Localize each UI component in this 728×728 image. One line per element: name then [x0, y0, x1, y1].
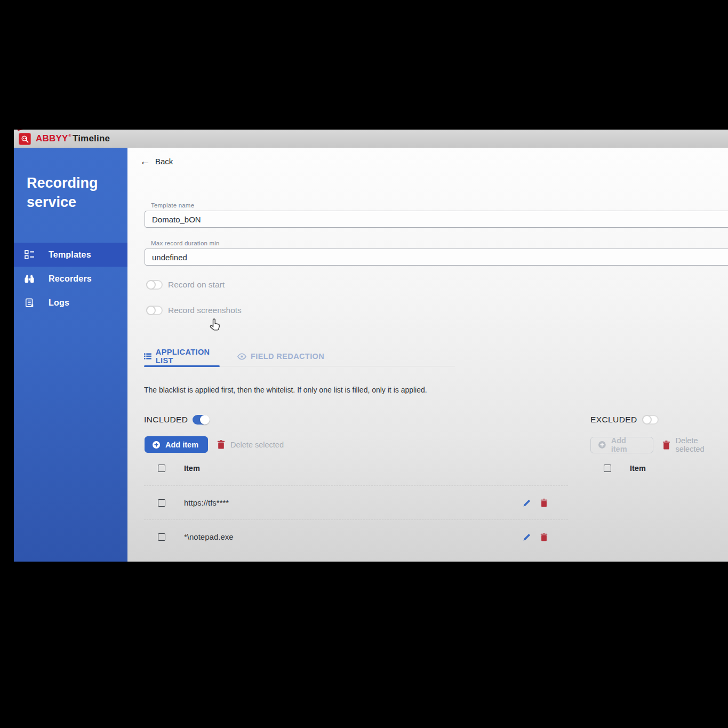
top-bar: ABBYY ® Timeline — [14, 130, 728, 148]
row-checkbox[interactable] — [158, 499, 165, 507]
pencil-icon — [523, 499, 531, 507]
trash-icon — [540, 533, 548, 541]
excluded-section-head: EXCLUDED — [590, 415, 659, 425]
brand-product: Timeline — [73, 133, 110, 144]
record-screenshots-toggle[interactable] — [146, 306, 163, 315]
table-row[interactable]: https://tfs**** — [144, 485, 568, 519]
row-actions — [522, 498, 549, 508]
plus-circle-icon — [152, 441, 161, 449]
max-duration-label: Max record duration min — [151, 240, 220, 246]
included-toolbar: Add item Delete selected — [145, 436, 284, 453]
excluded-select-all-checkbox[interactable] — [604, 465, 611, 472]
sidebar: Recording service Templates — [14, 148, 127, 562]
row-item-text: *\notepad.exe — [184, 532, 234, 541]
trash-icon — [217, 440, 225, 449]
delete-row-button[interactable] — [539, 498, 549, 508]
add-item-label: Add item — [165, 441, 198, 449]
trash-icon — [540, 499, 548, 507]
record-on-start-toggle[interactable] — [146, 280, 163, 290]
tab-application-list[interactable]: APPLICATION LIST — [144, 347, 220, 366]
record-on-start-toggle-row: Record on start — [146, 280, 225, 290]
excluded-toggle[interactable] — [642, 415, 659, 425]
pointer-cursor — [207, 317, 222, 335]
sidebar-menu: Templates Recorders — [14, 243, 127, 315]
pencil-icon — [523, 533, 531, 541]
main-content: ← Back Template name Max record duration… — [127, 148, 728, 562]
record-screenshots-toggle-row: Record screenshots — [146, 306, 242, 315]
app-window: ABBYY ® Timeline Recording service — [14, 130, 728, 562]
brand-abbyy: ABBYY — [36, 133, 68, 144]
sidebar-item-label: Templates — [49, 250, 91, 260]
tab-bar: APPLICATION LIST FIELD REDACTION — [144, 347, 455, 366]
sidebar-item-label: Logs — [49, 298, 69, 308]
delete-row-button[interactable] — [539, 532, 549, 542]
delete-selected-label: Delete selected — [676, 436, 728, 453]
excluded-toolbar: Add item Delete selected — [590, 436, 728, 453]
edit-row-button[interactable] — [522, 498, 532, 508]
trash-icon — [662, 441, 670, 450]
toggle-knob — [642, 415, 652, 425]
back-arrow-icon: ← — [140, 156, 150, 166]
list-icon — [144, 353, 151, 360]
excluded-delete-selected-button[interactable]: Delete selected — [662, 436, 728, 453]
included-table-header: Item — [158, 464, 200, 473]
included-toggle[interactable] — [193, 415, 209, 425]
sidebar-item-recorders[interactable]: Recorders — [14, 267, 127, 291]
excluded-item-column-header: Item — [630, 464, 646, 473]
excluded-add-item-button[interactable]: Add item — [590, 437, 653, 453]
included-select-all-checkbox[interactable] — [158, 465, 165, 472]
row-checkbox[interactable] — [158, 533, 165, 541]
toggle-knob — [200, 415, 210, 425]
eye-icon — [237, 353, 246, 360]
row-item-text: https://tfs**** — [184, 498, 229, 507]
included-delete-selected-button[interactable]: Delete selected — [217, 440, 284, 449]
back-button[interactable]: ← Back — [140, 156, 173, 166]
table-row[interactable]: *\notepad.exe — [144, 519, 568, 554]
included-item-column-header: Item — [184, 464, 200, 473]
plus-circle-icon — [598, 441, 606, 449]
logs-icon — [24, 298, 35, 308]
abbyy-logo-icon — [19, 133, 31, 145]
included-add-item-button[interactable]: Add item — [145, 436, 208, 453]
toggle-knob — [146, 280, 156, 290]
brand-wordmark: ABBYY ® Timeline — [36, 133, 110, 144]
sidebar-title: Recording service — [14, 148, 127, 212]
add-item-label: Add item — [611, 436, 644, 453]
sidebar-item-logs[interactable]: Logs — [14, 291, 127, 315]
toggle-knob — [146, 306, 156, 315]
back-label: Back — [155, 157, 173, 166]
max-duration-input[interactable] — [145, 249, 728, 266]
registered-mark: ® — [69, 134, 71, 138]
template-name-input[interactable] — [145, 211, 728, 228]
template-name-label: Template name — [151, 202, 194, 209]
row-actions — [522, 532, 549, 542]
templates-icon — [24, 250, 35, 260]
tab-label: FIELD REDACTION — [251, 352, 324, 361]
excluded-table-header: Item — [604, 464, 646, 473]
record-screenshots-label: Record screenshots — [168, 306, 242, 315]
sidebar-item-templates[interactable]: Templates — [14, 243, 127, 267]
included-section-head: INCLUDED — [144, 415, 209, 425]
binoculars-icon — [24, 274, 35, 284]
included-label: INCLUDED — [144, 415, 188, 425]
blacklist-info-text: The blacklist is applied first, then the… — [144, 386, 427, 394]
delete-selected-label: Delete selected — [230, 441, 284, 449]
edit-row-button[interactable] — [522, 532, 532, 542]
tab-field-redaction[interactable]: FIELD REDACTION — [237, 347, 324, 366]
record-on-start-label: Record on start — [168, 280, 225, 290]
tab-label: APPLICATION LIST — [156, 348, 220, 365]
excluded-label: EXCLUDED — [590, 415, 637, 425]
sidebar-item-label: Recorders — [49, 274, 92, 284]
